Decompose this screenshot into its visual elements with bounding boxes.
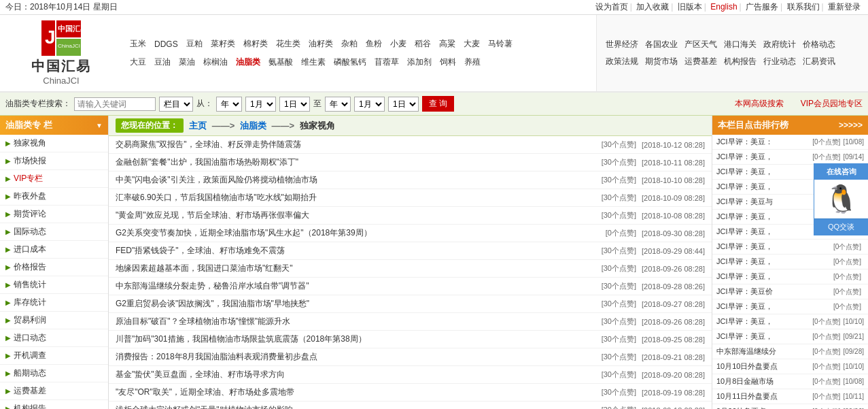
article-title-6[interactable]: FED"捂紧钱袋子"，全球油、籽市场难免不震荡 [116, 245, 596, 257]
rnav-freight[interactable]: 运费基差 [681, 54, 721, 69]
sidebar-link-6[interactable]: 进口成本 [14, 244, 46, 255]
ranking-item-0[interactable]: JCI早评：美豆：[0个点赞][10/08] [712, 135, 868, 150]
qq-chat-button[interactable]: QQ交谈 [814, 218, 868, 235]
rnav-price-dynamic[interactable]: 价格动态 [799, 37, 839, 52]
ranking-title-11[interactable]: JCI早评：美豆， [716, 301, 831, 312]
add-favorite-link[interactable]: 加入收藏 [636, 2, 669, 12]
article-title-5[interactable]: G2关系突变节奏加快，近期全球油脂市场"风生水起"（2018年第39周） [116, 227, 600, 239]
article-row-1[interactable]: 金融创新"套餐"出炉，我国油脂市场热盼期权"添丁"[30个点赞][2018-10… [109, 154, 712, 171]
year-select-to[interactable]: 年 [325, 97, 351, 112]
article-title-15[interactable]: 浅析全球大宗油籽或创"天量"对植物油市场的影响 [116, 404, 596, 409]
article-row-10[interactable]: 原油目标"破百"？全球植物油市场"憧憬"能源升水[30个点赞][2018-09-… [109, 313, 712, 331]
nav-anjisuan[interactable]: 氨基酸 [264, 55, 297, 69]
article-row-9[interactable]: G2重启贸易会谈"因故搁浅"，我国油脂市场"早地挟愁"[30个点赞][2018-… [109, 295, 712, 313]
rnav-institution[interactable]: 机构报告 [721, 54, 760, 69]
sidebar-item-2[interactable]: ▶VIP专栏 [0, 170, 108, 188]
ranking-title-7[interactable]: JCI早评：美豆， [716, 242, 831, 252]
rnav-port-customs[interactable]: 港口海关 [721, 37, 760, 52]
article-row-12[interactable]: 消费报告：2018年8月我国油脂油料表观消费量初步盘点[30个点赞][2018-… [109, 348, 712, 366]
sidebar-item-14[interactable]: ▶运费基差 [0, 382, 108, 400]
sidebar-collapse-icon[interactable]: ▼ [96, 122, 103, 129]
search-input[interactable] [74, 97, 156, 111]
ranking-item-16[interactable]: 10月8日金融市场[0个点赞][10/08] [712, 374, 868, 389]
ranking-title-12[interactable]: JCI早评：美豆， [716, 316, 810, 327]
rnav-policy[interactable]: 政策法规 [602, 54, 642, 69]
relogin-link[interactable]: 重新登录 [828, 2, 861, 12]
rnav-weather[interactable]: 产区天气 [681, 37, 721, 52]
ranking-item-14[interactable]: 中东部海温继续分[0个点赞][09/28] [712, 344, 868, 359]
ranking-item-11[interactable]: JCI早评：美豆，[0个点赞] [712, 299, 868, 314]
article-title-1[interactable]: 金融创新"套餐"出炉，我国油脂市场热盼期权"添丁" [116, 157, 596, 168]
rnav-world-economy[interactable]: 世界经济 [602, 37, 642, 52]
sidebar-item-5[interactable]: ▶国际动态 [0, 223, 108, 241]
rnav-industry[interactable]: 行业动态 [760, 54, 799, 69]
nav-caiyou[interactable]: 菜油 [175, 55, 199, 69]
ranking-title-15[interactable]: 10月10日外盘要点 [716, 361, 810, 372]
nav-xiaomai[interactable]: 小麦 [386, 37, 411, 51]
article-row-7[interactable]: 地缘因素超越基本面，我国进口菜油市场"红翻天"[30个点赞][2018-09-2… [109, 260, 712, 278]
nav-tianjia[interactable]: 添加剂 [403, 55, 436, 69]
ranking-item-8[interactable]: JCI早评：美豆，[0个点赞] [712, 255, 868, 269]
ranking-item-7[interactable]: JCI早评：美豆，[0个点赞] [712, 240, 868, 255]
month-select-to[interactable]: 1月 [354, 97, 385, 112]
nav-siliao[interactable]: 饲料 [436, 55, 460, 69]
article-title-13[interactable]: 基金"蛰伏"美豆盘面，全球油、籽市场寻求方向 [116, 369, 596, 380]
ranking-title-17[interactable]: 10月11日外盘要点 [716, 391, 810, 402]
rnav-huiyi[interactable]: 汇易资讯 [799, 54, 839, 69]
nav-dadou[interactable]: 大豆 [126, 55, 150, 69]
ranking-title-0[interactable]: JCI早评：美豆： [716, 137, 810, 147]
article-title-4[interactable]: "黄金周"效应兑现，节后全球油、籽市场再张假率偏大 [116, 210, 596, 221]
sidebar-link-11[interactable]: 进口动态 [14, 332, 46, 344]
ranking-item-10[interactable]: JCI早评：美豆价[0个点赞] [712, 284, 868, 299]
nav-muxuecao[interactable]: 苜蓿草 [370, 55, 403, 69]
ranking-title-1[interactable]: JCI早评：美豆， [716, 152, 810, 162]
ranking-title-10[interactable]: JCI早评：美豆价 [716, 287, 831, 297]
sidebar-link-1[interactable]: 市场快报 [14, 155, 46, 167]
ranking-title-8[interactable]: JCI早评：美豆， [716, 257, 831, 267]
nav-yufen[interactable]: 鱼粉 [362, 37, 386, 51]
nav-doumei[interactable]: 豆粕 [182, 37, 207, 51]
vip-link[interactable]: VIP会员园地专区 [801, 98, 863, 110]
nav-youzilei[interactable]: 油脂类 [232, 55, 264, 69]
sidebar-item-7[interactable]: ▶价格报告 [0, 259, 108, 276]
sidebar-link-14[interactable]: 运费基差 [14, 385, 46, 397]
rnav-futures[interactable]: 期货市场 [642, 54, 681, 69]
sidebar-link-15[interactable]: 机构报告 [14, 403, 46, 409]
nav-huasheng[interactable]: 花生类 [272, 37, 305, 51]
ranking-item-17[interactable]: 10月11日外盘要点[0个点赞][10/11] [712, 389, 868, 404]
set-homepage-link[interactable]: 设为首页 [595, 2, 628, 12]
ranking-title-13[interactable]: JCI早评：美豆， [716, 331, 810, 342]
nav-linsuangai[interactable]: 磷酸氢钙 [330, 55, 370, 69]
rnav-gov-stats[interactable]: 政府统计 [760, 37, 799, 52]
sidebar-link-8[interactable]: 销售统计 [14, 279, 46, 291]
ranking-title-9[interactable]: JCI早评：美豆， [716, 272, 831, 282]
article-row-8[interactable]: 中东部海温继续分裂走势，秘鲁沿岸水域自带"调节器"[30个点赞][2018-09… [109, 278, 712, 295]
sidebar-link-2[interactable]: VIP专栏 [14, 173, 43, 184]
sidebar-item-9[interactable]: ▶库存统计 [0, 294, 108, 312]
nav-maling[interactable]: 马铃薯 [484, 37, 517, 51]
ranking-item-1[interactable]: JCI早评：美豆，[0个点赞][09/14] [712, 150, 868, 165]
sidebar-item-13[interactable]: ▶船期动态 [0, 365, 108, 382]
day-select-to[interactable]: 1日 [388, 97, 419, 112]
nav-mianzi[interactable]: 棉籽类 [239, 37, 272, 51]
contact-link[interactable]: 联系我们 [787, 2, 820, 12]
ranking-item-9[interactable]: JCI早评：美豆，[0个点赞] [712, 269, 868, 284]
nav-corn[interactable]: 玉米 [126, 37, 150, 51]
sidebar-item-8[interactable]: ▶销售统计 [0, 276, 108, 294]
article-row-3[interactable]: 汇率破6.90关口，节后我国植物油市场"吃水线"如期抬升[30个点赞][2018… [109, 189, 712, 207]
nav-zamo[interactable]: 杂粕 [337, 37, 362, 51]
article-row-2[interactable]: 中美"闪电会谈"引关注，政策面风险仍将搅动植物油市场[30个点赞][2018-1… [109, 171, 712, 189]
sidebar-link-3[interactable]: 昨夜外盘 [14, 191, 46, 202]
ranking-item-12[interactable]: JCI早评：美豆，[0个点赞][10/10] [712, 314, 868, 329]
advanced-search-link[interactable]: 本网高级搜索 [735, 98, 784, 110]
nav-youzi[interactable]: 油籽类 [305, 37, 337, 51]
ranking-title-14[interactable]: 中东部海温继续分 [716, 346, 810, 357]
column-select[interactable]: 栏目 [159, 97, 193, 112]
day-select-from[interactable]: 1日 [279, 97, 310, 112]
old-version-link[interactable]: 旧版本 [678, 2, 702, 12]
sidebar-item-11[interactable]: ▶进口动态 [0, 329, 108, 347]
ranking-title-16[interactable]: 10月8日金融市场 [716, 376, 810, 387]
article-title-0[interactable]: 交易商聚焦"双报告"，全球油、籽反弹走势伴随震荡 [116, 139, 596, 150]
nav-weishengsu[interactable]: 维生素 [297, 55, 330, 69]
sidebar-link-0[interactable]: 独家视角 [14, 137, 46, 149]
